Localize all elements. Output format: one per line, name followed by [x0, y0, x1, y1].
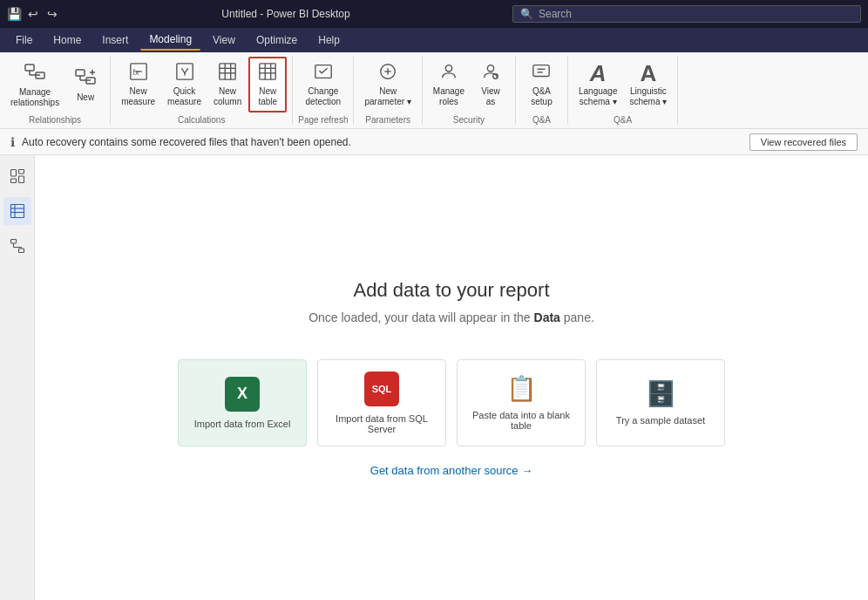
svg-rect-35	[10, 170, 16, 177]
sql-icon: SQL	[364, 372, 399, 406]
ribbon-group-calculations: fx Newmeasure Quickmeasure	[111, 56, 293, 125]
language-schema-button[interactable]: A Languageschema ▾	[573, 57, 623, 112]
menu-insert[interactable]: Insert	[93, 31, 137, 50]
new-column-icon	[218, 62, 237, 85]
sidebar-data-view[interactable]	[3, 197, 31, 225]
change-detection-button[interactable]: Changedetection	[301, 57, 347, 112]
main-content: Add data to your report Once loaded, you…	[35, 155, 868, 600]
new-parameter-button[interactable]: Newparameter ▾	[359, 57, 416, 112]
change-detection-label: Changedetection	[306, 86, 342, 107]
excel-icon: X	[225, 377, 260, 412]
title-bar: 💾 ↩ ↪ Untitled - Power BI Desktop 🔍 Sear…	[0, 0, 868, 28]
search-icon: 🔍	[520, 8, 533, 20]
ribbon-group-linguistic: A Languageschema ▾ A Linguisticschema ▾ …	[568, 56, 678, 125]
view-as-label: Viewas	[481, 86, 500, 107]
svg-rect-0	[25, 65, 34, 71]
save-icon[interactable]: 💾	[7, 7, 21, 21]
new-relationship-icon	[75, 66, 96, 91]
menu-modeling[interactable]: Modeling	[140, 30, 200, 51]
svg-rect-32	[533, 65, 549, 77]
search-box[interactable]: 🔍 Search	[512, 5, 861, 23]
qa-setup-button[interactable]: Q&Asetup	[522, 57, 560, 112]
subtitle-end: pane.	[564, 310, 594, 324]
data-cards: X Import data from Excel SQL Import data…	[178, 359, 725, 447]
view-as-icon	[481, 62, 500, 85]
view-recovered-files-button[interactable]: View recovered files	[749, 133, 858, 151]
new-relationship-button[interactable]: New	[66, 57, 105, 112]
subtitle-bold: Data	[534, 310, 560, 324]
svg-rect-37	[18, 176, 24, 183]
linguistic-group-label: Q&A	[614, 115, 632, 125]
recovery-info-icon: ℹ	[10, 135, 15, 149]
language-schema-label: Languageschema ▾	[579, 86, 618, 107]
ribbon: Managerelationships New Relationships	[0, 52, 868, 129]
new-measure-label: Newmeasure	[121, 86, 155, 107]
qa-group-label: Q&A	[532, 115, 551, 125]
svg-rect-39	[10, 205, 24, 218]
excel-label: Import data from Excel	[194, 419, 291, 429]
manage-roles-icon	[439, 62, 458, 85]
svg-rect-36	[18, 170, 24, 174]
svg-rect-38	[10, 179, 16, 183]
subtitle-text: Once loaded, your data will appear in th…	[309, 310, 531, 324]
menu-optimize[interactable]: Optimize	[248, 31, 306, 50]
security-group-label: Security	[453, 115, 485, 125]
menu-view[interactable]: View	[204, 31, 244, 50]
manage-relationships-button[interactable]: Managerelationships	[5, 57, 64, 112]
manage-roles-button[interactable]: Manageroles	[428, 57, 470, 112]
sidebar	[0, 155, 35, 600]
sample-card[interactable]: 🗄️ Try a sample dataset	[596, 359, 725, 447]
menu-file[interactable]: File	[7, 31, 41, 50]
redo-icon[interactable]: ↪	[45, 7, 59, 21]
new-column-button[interactable]: Newcolumn	[208, 57, 247, 112]
new-table-label: Newtable	[258, 86, 277, 107]
menu-bar: File Home Insert Modeling View Optimize …	[0, 28, 868, 52]
quick-measure-icon	[175, 62, 194, 85]
menu-help[interactable]: Help	[309, 31, 349, 50]
quick-measure-button[interactable]: Quickmeasure	[162, 57, 207, 112]
sample-icon: 🗄️	[646, 379, 676, 408]
sql-card[interactable]: SQL Import data from SQL Server	[317, 359, 446, 447]
new-table-icon	[258, 62, 277, 85]
page-refresh-group-label: Page refresh	[298, 115, 348, 125]
ribbon-group-qa: Q&Asetup Q&A	[516, 56, 568, 125]
ribbon-group-parameters: Newparameter ▾ Parameters	[354, 56, 422, 125]
new-parameter-icon	[378, 62, 397, 85]
new-column-label: Newcolumn	[214, 86, 241, 107]
undo-icon[interactable]: ↩	[26, 7, 40, 21]
linguistic-schema-label: Linguisticschema ▾	[629, 86, 667, 107]
sidebar-model-view[interactable]	[3, 232, 31, 260]
svg-point-29	[445, 65, 451, 72]
svg-rect-15	[220, 64, 235, 79]
new-measure-button[interactable]: fx Newmeasure	[116, 57, 160, 112]
language-schema-icon: A	[590, 62, 607, 85]
search-placeholder: Search	[539, 8, 572, 20]
ribbon-group-security: Manageroles Viewas Security	[423, 56, 516, 125]
sample-label: Try a sample dataset	[616, 415, 705, 426]
change-detection-icon	[314, 62, 333, 85]
svg-rect-4	[76, 70, 85, 76]
svg-rect-44	[18, 249, 24, 253]
relationships-group-label: Relationships	[29, 115, 81, 125]
svg-point-30	[487, 65, 493, 72]
paste-card[interactable]: 📋 Paste data into a blank table	[457, 359, 586, 447]
paste-label: Paste data into a blank table	[466, 410, 576, 431]
view-as-button[interactable]: Viewas	[471, 57, 510, 112]
qa-setup-label: Q&Asetup	[531, 86, 552, 107]
sidebar-report-view[interactable]	[3, 162, 31, 190]
new-table-button[interactable]: Newtable	[248, 57, 287, 112]
manage-relationships-label: Managerelationships	[10, 87, 59, 108]
svg-rect-20	[260, 64, 275, 79]
get-data-link[interactable]: Get data from another source →	[370, 464, 532, 477]
main-title: Add data to your report	[353, 279, 549, 302]
new-measure-icon: fx	[129, 62, 148, 85]
linguistic-schema-button[interactable]: A Linguisticschema ▾	[624, 57, 672, 112]
excel-card[interactable]: X Import data from Excel	[178, 359, 307, 447]
svg-rect-13	[176, 64, 192, 79]
svg-text:fx: fx	[132, 68, 139, 77]
menu-home[interactable]: Home	[44, 31, 90, 50]
parameters-group-label: Parameters	[365, 115, 410, 125]
sql-label: Import data from SQL Server	[327, 413, 437, 434]
main-layout: Add data to your report Once loaded, you…	[0, 155, 868, 600]
recovery-message: Auto recovery contains some recovered fi…	[22, 136, 743, 148]
